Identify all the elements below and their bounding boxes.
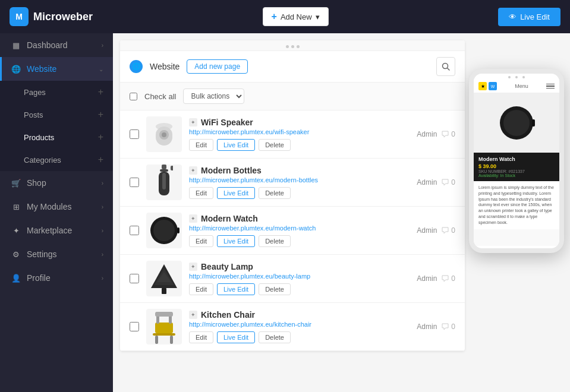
check-all-bar: Check all Bulk actions [120, 83, 465, 110]
product-info-0: ✦ WiFi Speaker http://microweber.plumtex… [189, 118, 410, 151]
add-post-icon[interactable]: + [98, 109, 103, 120]
table-row: ✦ Modern Bottles http://microweber.plumt… [120, 159, 465, 207]
live-edit-button-4[interactable]: Live Edit [217, 331, 255, 343]
row-checkbox-3[interactable] [130, 274, 139, 283]
add-new-button[interactable]: + Add New ▾ [263, 7, 329, 26]
svg-rect-20 [155, 336, 158, 344]
product-actions-0: Edit Live Edit Delete [189, 139, 410, 151]
edit-button-3[interactable]: Edit [189, 283, 213, 295]
add-category-icon[interactable]: + [98, 154, 103, 165]
logo-area: M Microweber [10, 7, 93, 26]
product-url-3: http://microweber.plumtex.eu/beauty-lamp [189, 273, 410, 280]
sidebar-item-profile[interactable]: 👤 Profile › [0, 266, 113, 290]
live-edit-button-3[interactable]: Live Edit [217, 283, 255, 295]
phone-home-bar [505, 248, 528, 251]
product-info-1: ✦ Modern Bottles http://microweber.plumt… [189, 166, 410, 199]
add-product-icon[interactable]: + [98, 132, 103, 143]
product-actions-4: Edit Live Edit Delete [189, 331, 410, 343]
delete-button-2[interactable]: Delete [259, 235, 291, 247]
svg-point-5 [162, 132, 166, 137]
delete-button-3[interactable]: Delete [259, 283, 291, 295]
svg-point-26 [503, 110, 530, 136]
product-thumbnail-1 [146, 165, 182, 200]
delete-button-0[interactable]: Delete [259, 139, 291, 151]
svg-point-12 [153, 220, 175, 241]
sidebar-item-dashboard[interactable]: ▦ Dashboard › [0, 33, 113, 57]
product-meta-2: Admin 0 [417, 226, 455, 235]
comment-num-3: 0 [451, 274, 455, 283]
sidebar-item-settings[interactable]: ⚙ Settings › [0, 242, 113, 266]
phone-hamburger-icon [546, 84, 555, 89]
edit-button-2[interactable]: Edit [189, 235, 213, 247]
phone-product-name: Modern Watch [478, 156, 555, 162]
live-edit-button-0[interactable]: Live Edit [217, 139, 255, 151]
menu-line-3 [546, 88, 555, 89]
add-new-label: Add New [281, 12, 312, 21]
product-thumbnail-0 [146, 116, 182, 152]
sidebar-item-marketplace[interactable]: ✦ Marketplace › [0, 219, 113, 242]
product-name-3: Beauty Lamp [201, 262, 253, 271]
product-meta-4: Admin 0 [417, 323, 455, 331]
sidebar-item-categories[interactable]: Categories + [0, 148, 113, 171]
product-thumbnail-3 [146, 261, 182, 296]
website-globe-icon: 🌐 [130, 60, 143, 73]
product-type-icon-1: ✦ [189, 166, 197, 175]
sidebar-item-website[interactable]: 🌐 Website ⌄ [0, 57, 113, 81]
products-list: ✦ WiFi Speaker http://microweber.plumtex… [120, 110, 465, 351]
product-name-2: Modern Watch [201, 214, 258, 223]
sidebar-item-pages[interactable]: Pages + [0, 81, 113, 103]
phone-product-description: Lorem ipsum is simply dummy text of the … [474, 181, 559, 229]
sidebar-item-posts[interactable]: Posts + [0, 103, 113, 126]
website-icon: 🌐 [11, 64, 21, 74]
chevron-right-icon: › [102, 227, 103, 234]
live-edit-button-2[interactable]: Live Edit [217, 235, 255, 247]
product-info-4: ✦ Kitchen Chair http://microweber.plumte… [189, 310, 410, 343]
sidebar-item-products[interactable]: Products + [0, 126, 113, 148]
settings-icon: ⚙ [11, 249, 21, 259]
dot-1 [286, 45, 289, 48]
search-button[interactable] [436, 57, 455, 76]
product-title-row-3: ✦ Beauty Lamp [189, 262, 410, 271]
svg-rect-18 [155, 323, 173, 333]
table-row: ✦ Beauty Lamp http://microweber.plumtex.… [120, 255, 465, 303]
product-name-0: WiFi Speaker [201, 118, 253, 127]
bulk-actions-select[interactable]: Bulk actions [183, 88, 244, 104]
sidebar-item-my-modules[interactable]: ⊞ My Modules › [0, 195, 113, 219]
chevron-down-icon: ▾ [316, 12, 320, 21]
comment-num-0: 0 [451, 130, 455, 138]
add-page-icon[interactable]: + [98, 87, 103, 97]
phone-product-availability: Availability: In Stock [478, 173, 555, 178]
edit-button-0[interactable]: Edit [189, 139, 213, 151]
row-checkbox-2[interactable] [130, 226, 139, 235]
website-tab-label[interactable]: Website [150, 62, 179, 71]
phone-product-sku: SKU NUMBER: #021337 [478, 169, 555, 173]
add-new-page-button[interactable]: Add new page [187, 59, 248, 74]
product-name-4: Kitchen Chair [201, 310, 255, 320]
live-edit-button-1[interactable]: Live Edit [217, 187, 255, 199]
row-checkbox-1[interactable] [130, 178, 139, 187]
sidebar-label-profile: Profile [27, 273, 51, 283]
svg-line-1 [448, 68, 450, 71]
dot-2 [291, 45, 294, 48]
table-row: ✦ WiFi Speaker http://microweber.plumtex… [120, 110, 465, 159]
product-title-row-1: ✦ Modern Bottles [189, 166, 410, 175]
phone-menu-text: Menu [515, 83, 528, 89]
edit-button-1[interactable]: Edit [189, 187, 213, 199]
product-actions-3: Edit Live Edit Delete [189, 283, 410, 295]
delete-button-4[interactable]: Delete [259, 331, 291, 343]
delete-button-1[interactable]: Delete [259, 187, 291, 199]
row-checkbox-4[interactable] [130, 322, 139, 331]
live-edit-label: Live Edit [520, 12, 550, 21]
product-type-icon-0: ✦ [189, 118, 197, 127]
comment-num-4: 0 [451, 323, 455, 331]
check-all-checkbox[interactable] [130, 93, 137, 100]
product-meta-3: Admin 0 [417, 274, 455, 283]
sidebar-label-shop: Shop [27, 178, 46, 188]
sidebar-item-shop[interactable]: 🛒 Shop › [0, 171, 113, 195]
comment-num-1: 0 [451, 178, 455, 186]
product-url-4: http://microweber.plumtex.eu/kitchen-cha… [189, 321, 410, 328]
live-edit-button[interactable]: 👁 Live Edit [498, 8, 560, 26]
edit-button-4[interactable]: Edit [189, 331, 213, 343]
row-checkbox-0[interactable] [130, 129, 139, 139]
comment-count-1: 0 [442, 178, 455, 186]
